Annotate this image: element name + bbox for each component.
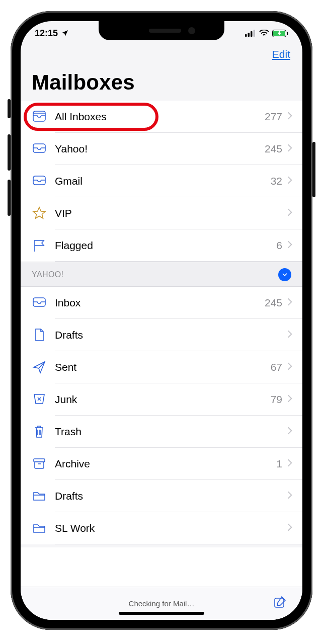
chevron-right-icon xyxy=(286,490,293,502)
flag-icon xyxy=(32,238,55,253)
wifi-icon xyxy=(259,30,269,37)
section-header-label: YAHOO! xyxy=(32,270,63,279)
mailbox-row[interactable]: All Inboxes277 xyxy=(21,101,302,133)
mailbox-label: Drafts xyxy=(55,329,286,341)
account-folder-row[interactable]: Inbox245 xyxy=(21,287,302,319)
chevron-right-icon xyxy=(286,143,293,155)
location-icon xyxy=(61,29,69,37)
battery-icon xyxy=(272,30,288,37)
cell-signal-icon xyxy=(245,30,256,37)
star-icon xyxy=(32,206,55,221)
mailbox-count: 32 xyxy=(271,175,282,187)
mailbox-label: Flagged xyxy=(55,239,276,252)
silent-switch xyxy=(8,99,11,118)
page-title: Mailboxes xyxy=(21,69,302,101)
chevron-right-icon xyxy=(286,522,293,534)
chevron-right-icon xyxy=(286,458,293,470)
toolbar-status: Checking for Mail… xyxy=(129,599,195,608)
mailbox-row[interactable]: Yahoo!245 xyxy=(21,133,302,165)
junk-icon xyxy=(32,392,55,407)
mailbox-label: Trash xyxy=(55,426,286,438)
account-folder-row[interactable]: Sent67 xyxy=(21,351,302,383)
send-icon xyxy=(32,360,55,375)
mailbox-label: Drafts xyxy=(55,490,286,502)
compose-button[interactable] xyxy=(273,595,291,613)
folder-icon xyxy=(32,489,55,504)
mailbox-row[interactable]: Gmail32 xyxy=(21,165,302,197)
tray-icon xyxy=(32,141,55,156)
navbar: Edit xyxy=(21,45,302,69)
folder-icon xyxy=(32,521,55,536)
toolbar: Checking for Mail… xyxy=(21,587,302,620)
notch xyxy=(99,21,224,40)
doc-icon xyxy=(32,328,55,343)
mailbox-count: 277 xyxy=(265,111,282,123)
chevron-right-icon xyxy=(286,111,293,123)
edit-button[interactable]: Edit xyxy=(272,48,290,69)
home-indicator xyxy=(119,612,204,615)
mailbox-count: 67 xyxy=(271,361,282,373)
account-folder-row[interactable]: Junk79 xyxy=(21,383,302,416)
mailbox-count: 79 xyxy=(271,393,282,406)
chevron-right-icon xyxy=(286,426,293,438)
mailbox-count: 245 xyxy=(265,143,282,155)
account-folder-row[interactable]: Drafts xyxy=(21,319,302,351)
power-button xyxy=(312,142,315,197)
chevron-right-icon xyxy=(286,329,293,341)
chevron-right-icon xyxy=(286,297,293,309)
mailbox-label: Yahoo! xyxy=(55,143,265,155)
svg-rect-1 xyxy=(248,33,250,37)
phone-frame: 12:15 xyxy=(11,11,312,630)
volume-down-button xyxy=(8,180,11,216)
mailbox-label: SL Work xyxy=(55,522,286,534)
mailbox-label: Gmail xyxy=(55,175,271,187)
svg-rect-2 xyxy=(251,31,253,37)
mailbox-row[interactable]: VIP xyxy=(21,197,302,229)
account-folder-row[interactable]: Drafts xyxy=(21,480,302,512)
screen: 12:15 xyxy=(21,21,302,620)
mailbox-label: VIP xyxy=(55,207,286,219)
mailbox-label: Archive xyxy=(55,458,276,470)
compose-icon xyxy=(273,595,287,609)
account-folder-row[interactable]: Archive1 xyxy=(21,448,302,480)
mailbox-row[interactable]: Flagged6 xyxy=(21,229,302,262)
mailbox-count: 245 xyxy=(265,297,282,309)
cabinet-icon xyxy=(32,109,55,124)
chevron-right-icon xyxy=(286,207,293,219)
mailbox-count: 6 xyxy=(276,239,282,252)
svg-rect-0 xyxy=(245,34,247,37)
mailbox-label: All Inboxes xyxy=(55,111,265,123)
chevron-right-icon xyxy=(286,239,293,252)
chevron-right-icon xyxy=(286,361,293,373)
volume-up-button xyxy=(8,134,11,171)
svg-rect-3 xyxy=(254,30,256,37)
chevron-down-icon xyxy=(278,268,291,281)
mailbox-label: Inbox xyxy=(55,297,265,309)
tray-icon xyxy=(32,295,55,310)
mailbox-list: All Inboxes277Yahoo!245Gmail32VIPFlagged… xyxy=(21,101,302,587)
account-folder-row[interactable]: SL Work xyxy=(21,512,302,544)
trash-icon xyxy=(32,424,55,439)
archive-icon xyxy=(32,456,55,471)
tray-icon xyxy=(32,174,55,189)
svg-rect-6 xyxy=(287,32,288,35)
section-header-yahoo[interactable]: YAHOO! xyxy=(21,262,302,287)
chevron-right-icon xyxy=(286,393,293,406)
chevron-right-icon xyxy=(286,175,293,187)
account-folder-row[interactable]: Trash xyxy=(21,416,302,448)
status-time: 12:15 xyxy=(35,28,58,39)
mailbox-label: Sent xyxy=(55,361,271,373)
mailbox-count: 1 xyxy=(276,458,282,470)
mailbox-label: Junk xyxy=(55,393,271,406)
